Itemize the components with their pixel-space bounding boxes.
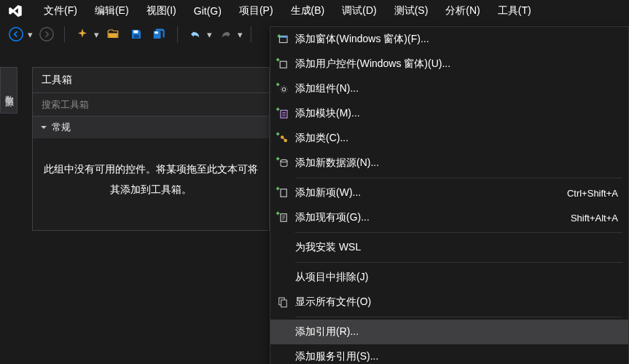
menu-item[interactable]: 从项目中排除(J) bbox=[270, 265, 628, 290]
menu-divider bbox=[295, 178, 622, 178]
datasource-side-tab[interactable]: 数据源 bbox=[0, 67, 17, 114]
forward-arrow-icon bbox=[39, 26, 55, 42]
menu-git[interactable]: Git(G) bbox=[185, 1, 230, 21]
vs-logo-icon bbox=[6, 1, 25, 20]
save-icon bbox=[130, 28, 143, 41]
svg-rect-6 bbox=[280, 36, 288, 38]
existingitem-add-icon bbox=[270, 205, 295, 230]
redo-icon bbox=[219, 28, 233, 41]
form-add-icon bbox=[270, 27, 295, 52]
nav-forward-button[interactable] bbox=[36, 25, 57, 43]
chevron-down-icon: ▾ bbox=[236, 29, 243, 40]
svg-rect-2 bbox=[133, 31, 138, 33]
module-add-icon bbox=[270, 101, 295, 126]
toolbox-title: 工具箱 bbox=[33, 68, 269, 93]
menu-item[interactable]: 添加服务引用(S)... bbox=[270, 344, 628, 364]
menu-item-label: 添加类(C)... bbox=[295, 132, 618, 145]
menu-tools[interactable]: 工具(T) bbox=[489, 0, 540, 22]
svg-rect-16 bbox=[281, 300, 287, 307]
menu-item-label: 添加模块(M)... bbox=[295, 107, 618, 120]
menu-analyze[interactable]: 分析(N) bbox=[437, 0, 488, 22]
chevron-down-icon: ▾ bbox=[206, 29, 213, 40]
menu-item-label: 显示所有文件(O) bbox=[295, 296, 618, 309]
component-add-icon bbox=[270, 76, 295, 101]
menu-item[interactable]: 显示所有文件(O) bbox=[270, 290, 628, 314]
menu-build[interactable]: 生成(B) bbox=[282, 0, 334, 22]
menu-divider bbox=[295, 317, 622, 317]
svg-rect-7 bbox=[280, 61, 286, 68]
menu-item-label: 添加窗体(Windows 窗体)(F)... bbox=[295, 33, 618, 46]
svg-point-1 bbox=[40, 28, 53, 41]
menu-edit[interactable]: 编辑(E) bbox=[86, 0, 138, 22]
undo-icon bbox=[189, 28, 202, 41]
menu-item-label: 添加服务引用(S)... bbox=[295, 350, 618, 363]
menu-item[interactable]: 添加引用(R)... bbox=[270, 320, 628, 344]
usercontrol-add-icon bbox=[270, 52, 295, 76]
chevron-down-icon: ▾ bbox=[26, 29, 34, 40]
redo-button[interactable]: ▾ bbox=[216, 25, 243, 43]
menu-item[interactable]: 添加类(C)... bbox=[270, 126, 628, 151]
menu-item[interactable]: 添加窗体(Windows 窗体)(F)... bbox=[270, 27, 628, 52]
menu-item-label: 添加组件(N)... bbox=[295, 82, 618, 95]
newitem-add-icon bbox=[270, 181, 295, 205]
svg-point-8 bbox=[282, 88, 286, 92]
menu-test[interactable]: 测试(S) bbox=[386, 0, 437, 22]
menu-view[interactable]: 视图(I) bbox=[138, 0, 185, 22]
collapse-triangle-icon bbox=[40, 124, 47, 131]
toolbox-panel: 工具箱 常规 此组中没有可用的控件。将某项拖至此文本可将其添加到工具箱。 bbox=[32, 67, 270, 231]
toolbox-category-general[interactable]: 常规 bbox=[33, 116, 269, 138]
toolbar-separator bbox=[251, 26, 251, 42]
nav-back-button[interactable]: ▾ bbox=[6, 25, 34, 43]
menu-item[interactable]: 添加用户控件(Windows 窗体)(U)... bbox=[270, 52, 628, 76]
menu-item-shortcut: Ctrl+Shift+A bbox=[567, 188, 618, 199]
toolbox-empty-text: 此组中没有可用的控件。将某项拖至此文本可将其添加到工具箱。 bbox=[33, 138, 269, 230]
svg-rect-3 bbox=[133, 35, 139, 39]
svg-point-12 bbox=[281, 159, 287, 162]
blank-icon bbox=[270, 265, 295, 290]
save-button[interactable] bbox=[126, 25, 146, 43]
menu-item-label: 从项目中排除(J) bbox=[295, 271, 618, 284]
class-add-icon bbox=[270, 126, 295, 151]
menu-item-label: 为我安装 WSL bbox=[295, 241, 618, 254]
menubar: 文件(F) 编辑(E) 视图(I) Git(G) 项目(P) 生成(B) 调试(… bbox=[0, 0, 629, 22]
menu-item-label: 添加新数据源(N)... bbox=[295, 157, 618, 170]
open-file-button[interactable] bbox=[103, 25, 123, 43]
project-menu-dropdown: 添加窗体(Windows 窗体)(F)...添加用户控件(Windows 窗体)… bbox=[270, 26, 629, 364]
menu-item[interactable]: 添加模块(M)... bbox=[270, 101, 628, 126]
toolbox-search-input[interactable] bbox=[33, 93, 269, 116]
toolbox-category-label: 常规 bbox=[52, 121, 71, 134]
menu-item-label: 添加引用(R)... bbox=[295, 325, 618, 339]
menu-item-label: 添加用户控件(Windows 窗体)(U)... bbox=[295, 58, 618, 71]
menu-item-shortcut: Shift+Alt+A bbox=[571, 213, 618, 223]
new-sparkle-icon bbox=[76, 28, 89, 41]
back-arrow-icon bbox=[8, 26, 24, 42]
menu-item[interactable]: 添加组件(N)... bbox=[270, 76, 628, 101]
svg-rect-4 bbox=[155, 31, 158, 33]
menu-item-label: 添加新项(W)... bbox=[295, 186, 567, 199]
chevron-down-icon: ▾ bbox=[93, 29, 100, 40]
save-all-button[interactable] bbox=[149, 25, 170, 43]
menu-debug[interactable]: 调试(D) bbox=[333, 0, 385, 22]
toolbox-search bbox=[33, 93, 269, 116]
undo-button[interactable]: ▾ bbox=[185, 25, 213, 43]
menu-project[interactable]: 项目(P) bbox=[230, 0, 282, 22]
menu-item[interactable]: 为我安装 WSL bbox=[270, 235, 628, 260]
svg-rect-13 bbox=[281, 189, 286, 197]
menu-item[interactable]: 添加新数据源(N)... bbox=[270, 151, 628, 175]
menu-divider bbox=[295, 262, 622, 263]
menu-divider bbox=[295, 232, 622, 233]
menu-item[interactable]: 添加新项(W)...Ctrl+Shift+A bbox=[270, 181, 628, 205]
datasource-add-icon bbox=[270, 151, 295, 175]
svg-point-0 bbox=[9, 28, 23, 41]
blank-icon bbox=[270, 344, 295, 364]
new-item-button[interactable]: ▾ bbox=[72, 25, 100, 43]
save-all-icon bbox=[152, 28, 167, 41]
show-all-files-icon bbox=[270, 290, 295, 314]
blank-icon bbox=[270, 235, 295, 260]
menu-item-label: 添加现有项(G)... bbox=[295, 211, 571, 224]
blank-icon bbox=[270, 320, 295, 344]
menu-item[interactable]: 添加现有项(G)...Shift+Alt+A bbox=[270, 205, 628, 230]
menu-file[interactable]: 文件(F) bbox=[35, 0, 86, 22]
open-folder-icon bbox=[106, 28, 120, 41]
toolbar-separator bbox=[177, 26, 178, 42]
